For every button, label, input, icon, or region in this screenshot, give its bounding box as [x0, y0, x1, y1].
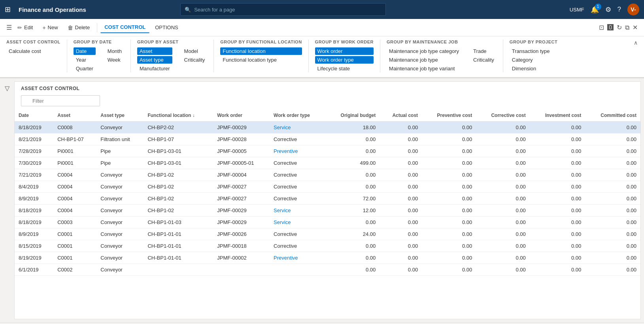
new-button[interactable]: + New — [38, 22, 62, 33]
table-row[interactable]: 6/1/2019 C0002 Conveyor 0.00 0.00 0.00 0… — [15, 264, 640, 276]
cell-actual-cost: 0.00 — [380, 193, 422, 205]
table-row[interactable]: 7/28/2019 Pi0001 Pipe CH-BP1-03-01 JPMF-… — [15, 145, 640, 157]
ribbon-item-functional-location[interactable]: Functional location — [220, 47, 302, 55]
col-header-actual-cost[interactable]: Actual cost — [380, 109, 422, 122]
search-icon: 🔍 — [185, 7, 191, 13]
table-row[interactable]: 8/9/2019 C0004 Conveyor CH-BP1-02 JPMF-0… — [15, 193, 640, 205]
cell-wo-type: Corrective — [270, 193, 325, 205]
cell-corr-cost: 0.00 — [476, 228, 529, 240]
ribbon-group-title-maintenance-job: GROUP BY MAINTENANCE JOB — [387, 40, 497, 44]
col-header-asset[interactable]: Asset — [53, 109, 96, 122]
cell-prev-cost: 0.00 — [422, 228, 476, 240]
ribbon-item-category[interactable]: Category — [510, 56, 557, 64]
cell-orig-budget: 0.00 — [325, 217, 380, 228]
col-header-prev-cost[interactable]: Preventive cost — [422, 109, 476, 122]
filter-bar: 🔍 — [15, 94, 640, 109]
delete-button[interactable]: 🗑 Delete — [64, 22, 94, 33]
cell-asset: C0008 — [53, 122, 96, 134]
col-header-comm-cost[interactable]: Committed cost — [585, 109, 640, 122]
side-filter: ▽ — [0, 78, 14, 322]
filter-input[interactable] — [21, 95, 100, 106]
cell-work-order — [213, 264, 270, 276]
close-icon[interactable]: ✕ — [633, 24, 638, 31]
ribbon-collapse-icon[interactable]: ∧ — [634, 40, 638, 46]
main-content: ▽ ASSET COST CONTROL 🔍 Date Asset Asset … — [0, 78, 644, 322]
filter-icon[interactable]: ▽ — [5, 85, 9, 92]
cost-control-tab[interactable]: COST CONTROL — [100, 22, 149, 33]
col-header-asset-type[interactable]: Asset type — [96, 109, 144, 122]
ribbon-item-week[interactable]: Week — [105, 56, 124, 64]
table-row[interactable]: 7/21/2019 C0004 Conveyor CH-BP1-02 JPMF-… — [15, 169, 640, 181]
ribbon-item-lifecycle-state[interactable]: Lifecycle state — [315, 65, 374, 72]
table-row[interactable]: 8/19/2019 C0001 Conveyor CH-BP1-01-01 JP… — [15, 252, 640, 264]
cell-inv-cost: 0.00 — [530, 169, 585, 181]
edit-button[interactable]: ✏ Edit — [13, 22, 37, 33]
cell-wo-type: Service — [270, 122, 325, 134]
cell-comm-cost: 0.00 — [585, 228, 640, 240]
help-icon[interactable]: ? — [618, 6, 621, 13]
ribbon-item-date[interactable]: Date — [74, 47, 96, 55]
table-row[interactable]: 8/9/2019 C0001 Conveyor CH-BP1-01-01 JPM… — [15, 228, 640, 240]
ribbon-item-functional-location-type[interactable]: Functional location type — [220, 56, 302, 64]
table-row[interactable]: 8/21/2019 CH-BP1-07 Filtration unit CH-B… — [15, 134, 640, 145]
cell-actual-cost: 0.00 — [380, 252, 422, 264]
filter-wrap: 🔍 — [21, 95, 100, 106]
options-tab[interactable]: OPTIONS — [151, 22, 182, 33]
cell-prev-cost: 0.00 — [422, 240, 476, 252]
app-grid-icon[interactable]: ⊞ — [5, 5, 11, 14]
ribbon-item-quarter[interactable]: Quarter — [74, 65, 96, 72]
ribbon-item-transaction-type[interactable]: Transaction type — [510, 47, 557, 55]
hamburger-icon[interactable]: ☰ — [6, 24, 12, 31]
ribbon-item-asset[interactable]: Asset — [137, 47, 172, 55]
cell-prev-cost: 0.00 — [422, 145, 476, 157]
table-row[interactable]: 7/30/2019 Pi0001 Pipe CH-BP1-03-01 JPMF-… — [15, 157, 640, 169]
cell-func-loc: CH-BP1-01-01 — [144, 252, 213, 264]
table-row[interactable]: 8/18/2019 C0003 Conveyor CH-BP1-01-03 JP… — [15, 217, 640, 228]
notification-button[interactable]: 🔔 1 — [591, 6, 599, 14]
cell-work-order: JPMF-00002 — [213, 252, 270, 264]
ribbon-item-work-order-type[interactable]: Work order type — [315, 56, 374, 64]
cell-func-loc: CH-BP1-02 — [144, 205, 213, 217]
ribbon-item-model[interactable]: Model — [182, 47, 208, 55]
ribbon-item-criticality-asset[interactable]: Criticality — [182, 56, 208, 64]
table-header-row: Date Asset Asset type Functional locatio… — [15, 109, 640, 122]
ribbon-item-calculate-cost[interactable]: Calculate cost — [6, 47, 60, 55]
table-row[interactable]: 8/18/2019 C0004 Conveyor CH-BP1-02 JPMF-… — [15, 205, 640, 217]
cell-wo-type: Corrective — [270, 134, 325, 145]
col-header-corr-cost[interactable]: Corrective cost — [476, 109, 529, 122]
ribbon-item-month[interactable]: Month — [105, 47, 124, 55]
cell-work-order: JPMF-00027 — [213, 193, 270, 205]
col-header-date[interactable]: Date — [15, 109, 53, 122]
col-header-inv-cost[interactable]: Investment cost — [530, 109, 585, 122]
cell-actual-cost: 0.00 — [380, 228, 422, 240]
ribbon-item-work-order[interactable]: Work order — [315, 47, 374, 55]
col-header-work-order[interactable]: Work order — [213, 109, 270, 122]
ribbon-item-mj-type[interactable]: Maintenance job type — [387, 56, 461, 64]
table-row[interactable]: 8/15/2019 C0001 Conveyor CH-BP1-01-01 JP… — [15, 240, 640, 252]
settings-icon[interactable]: ⚙ — [605, 6, 611, 14]
cell-work-order: JPMF-00005 — [213, 145, 270, 157]
personalize-icon[interactable]: ⊡ — [599, 24, 604, 31]
ribbon-item-trade[interactable]: Trade — [471, 47, 497, 55]
ribbon-item-criticality-mj[interactable]: Criticality — [471, 56, 497, 64]
col-header-wo-type[interactable]: Work order type — [270, 109, 325, 122]
table-row[interactable]: 8/4/2019 C0004 Conveyor CH-BP1-02 JPMF-0… — [15, 181, 640, 193]
ribbon-item-mj-variant[interactable]: Maintenance job type variant — [387, 65, 461, 72]
avatar[interactable]: V- — [627, 4, 639, 15]
col-header-func-loc[interactable]: Functional location ↓ — [144, 109, 213, 122]
table-container: Date Asset Asset type Functional locatio… — [15, 109, 640, 319]
ribbon-item-dimension[interactable]: Dimension — [510, 65, 557, 72]
ribbon-item-year[interactable]: Year — [74, 56, 96, 64]
restore-icon[interactable]: ⧉ — [625, 24, 629, 31]
refresh-icon[interactable]: ↻ — [617, 24, 622, 31]
ribbon-item-mj-category[interactable]: Maintenance job type category — [387, 47, 461, 55]
ribbon-group-title-project: GROUP BY PROJECT — [510, 40, 557, 44]
cell-orig-budget: 0.00 — [325, 134, 380, 145]
cell-inv-cost: 0.00 — [530, 145, 585, 157]
col-header-orig-budget[interactable]: Original budget — [325, 109, 380, 122]
table-row[interactable]: 8/18/2019 C0008 Conveyor CH-BP2-02 JPMF-… — [15, 122, 640, 134]
search-bar[interactable]: 🔍 Search for a page — [180, 3, 386, 16]
office-icon[interactable]: 🅾 — [607, 24, 614, 31]
ribbon-item-manufacturer[interactable]: Manufacturer — [137, 65, 172, 72]
ribbon-item-asset-type[interactable]: Asset type — [137, 56, 172, 64]
